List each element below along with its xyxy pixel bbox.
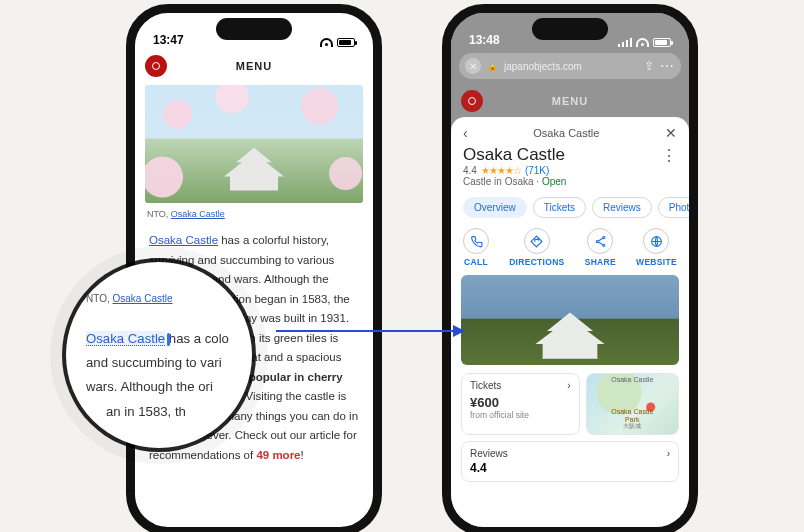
place-title: Osaka Castle bbox=[463, 145, 565, 165]
more-icon[interactable]: ⋯ bbox=[660, 58, 675, 74]
article-49-more-link[interactable]: 49 more bbox=[256, 449, 300, 461]
battery-icon bbox=[653, 38, 671, 47]
dim-site-header: MENU bbox=[451, 85, 689, 117]
wifi-icon bbox=[320, 38, 333, 47]
back-icon[interactable]: ‹ bbox=[463, 125, 468, 141]
safari-url-bar[interactable]: ✕ 🔒 japanobjects.com ⇪ ⋯ bbox=[459, 53, 681, 79]
battery-icon bbox=[337, 38, 355, 47]
phone-right: 13:48 ✕ 🔒 japanobjects.com ⇪ ⋯ MENU ‹ Os… bbox=[442, 4, 698, 532]
google-place-sheet: ‹ Osaka Castle ✕ Osaka Castle ⋮ 4.4 ★★★★… bbox=[451, 117, 689, 527]
selected-link-osaka-castle[interactable]: Osaka Castle bbox=[86, 331, 165, 346]
status-time: 13:48 bbox=[469, 33, 500, 47]
chip-reviews[interactable]: Reviews bbox=[592, 197, 652, 218]
reviews-label: Reviews bbox=[470, 448, 508, 459]
action-row: CALL DIRECTIONS SHARE WEBSITE bbox=[451, 224, 689, 275]
map-card[interactable]: Osaka Castle Osaka Castle Park 大阪城 bbox=[586, 373, 679, 435]
mag-caption: NTO, Osaka Castle bbox=[86, 290, 238, 309]
chip-overview[interactable]: Overview bbox=[463, 197, 527, 218]
place-title-row: Osaka Castle ⋮ bbox=[463, 145, 677, 165]
article-text-3: ! bbox=[301, 449, 304, 461]
mag-line-4: an in 1583, th bbox=[86, 400, 238, 424]
globe-icon bbox=[643, 228, 669, 254]
chevron-right-icon: › bbox=[667, 448, 670, 459]
tickets-label: Tickets bbox=[470, 380, 501, 391]
share-button[interactable]: SHARE bbox=[585, 228, 616, 267]
hero-image bbox=[145, 85, 363, 203]
notch bbox=[532, 18, 608, 40]
cellular-icon bbox=[618, 38, 632, 47]
notch bbox=[216, 18, 292, 40]
url-text: japanobjects.com bbox=[504, 61, 582, 72]
place-subtitle: Castle in Osaka · Open bbox=[463, 176, 677, 187]
mag-line-2: and succumbing to vari bbox=[86, 351, 238, 375]
article-osaka-link[interactable]: Osaka Castle bbox=[149, 234, 218, 246]
place-more-icon[interactable]: ⋮ bbox=[661, 146, 677, 165]
sheet-title-small: Osaka Castle bbox=[533, 127, 599, 139]
phone-icon bbox=[463, 228, 489, 254]
close-icon[interactable]: ✕ bbox=[465, 58, 481, 74]
share-icon[interactable]: ⇪ bbox=[644, 59, 654, 73]
tab-chips: Overview Tickets Reviews Photos Tours bbox=[451, 191, 689, 224]
share-icon bbox=[587, 228, 613, 254]
mag-caption-link[interactable]: Osaka Castle bbox=[112, 293, 172, 304]
close-sheet-icon[interactable]: ✕ bbox=[665, 125, 677, 141]
ticket-source: from official site bbox=[470, 410, 571, 420]
site-logo-icon[interactable] bbox=[145, 55, 167, 77]
review-count[interactable]: (71K) bbox=[525, 165, 549, 176]
place-header: Osaka Castle ⋮ 4.4 ★★★★☆ (71K) Castle in… bbox=[451, 143, 689, 191]
chip-photos[interactable]: Photos bbox=[658, 197, 689, 218]
chevron-right-icon: › bbox=[567, 380, 570, 391]
tickets-card[interactable]: Tickets› ¥600 from official site bbox=[461, 373, 580, 435]
open-status: Open bbox=[542, 176, 566, 187]
annotation-arrow bbox=[276, 330, 464, 332]
reviews-score: 4.4 bbox=[470, 461, 670, 475]
site-logo-icon bbox=[461, 90, 483, 112]
call-button[interactable]: CALL bbox=[463, 228, 489, 267]
mag-line-1: Osaka Castle has a colo bbox=[86, 327, 238, 351]
website-button[interactable]: WEBSITE bbox=[636, 228, 677, 267]
rating-row[interactable]: 4.4 ★★★★☆ (71K) bbox=[463, 165, 677, 176]
svg-point-0 bbox=[602, 236, 604, 238]
map-label-top: Osaka Castle bbox=[611, 376, 653, 383]
svg-point-2 bbox=[602, 244, 604, 246]
map-label-bottom: Osaka Castle Park 大阪城 bbox=[609, 408, 655, 430]
site-header: MENU bbox=[135, 49, 373, 83]
magnifier-lens: NTO, Osaka Castle Osaka Castle has a col… bbox=[66, 262, 252, 448]
sheet-header: ‹ Osaka Castle ✕ bbox=[451, 123, 689, 143]
castle-illustration bbox=[534, 305, 606, 359]
wifi-icon bbox=[636, 38, 649, 47]
menu-label: MENU bbox=[483, 95, 657, 107]
directions-icon bbox=[524, 228, 550, 254]
mag-line-3: wars. Although the ori bbox=[86, 375, 238, 399]
caption-prefix: NTO, bbox=[147, 209, 171, 219]
reviews-card[interactable]: Reviews› 4.4 bbox=[461, 441, 679, 482]
chip-tickets[interactable]: Tickets bbox=[533, 197, 586, 218]
menu-label[interactable]: MENU bbox=[167, 60, 341, 72]
image-caption: NTO, Osaka Castle bbox=[135, 209, 373, 219]
stars-icon: ★★★★☆ bbox=[481, 165, 521, 176]
ticket-price: ¥600 bbox=[470, 395, 571, 410]
lock-icon: 🔒 bbox=[487, 61, 498, 71]
caption-link[interactable]: Osaka Castle bbox=[171, 209, 225, 219]
rating-value: 4.4 bbox=[463, 165, 477, 176]
status-time: 13:47 bbox=[153, 33, 184, 47]
directions-button[interactable]: DIRECTIONS bbox=[509, 228, 564, 267]
svg-point-1 bbox=[596, 240, 598, 242]
place-photo[interactable] bbox=[461, 275, 679, 365]
